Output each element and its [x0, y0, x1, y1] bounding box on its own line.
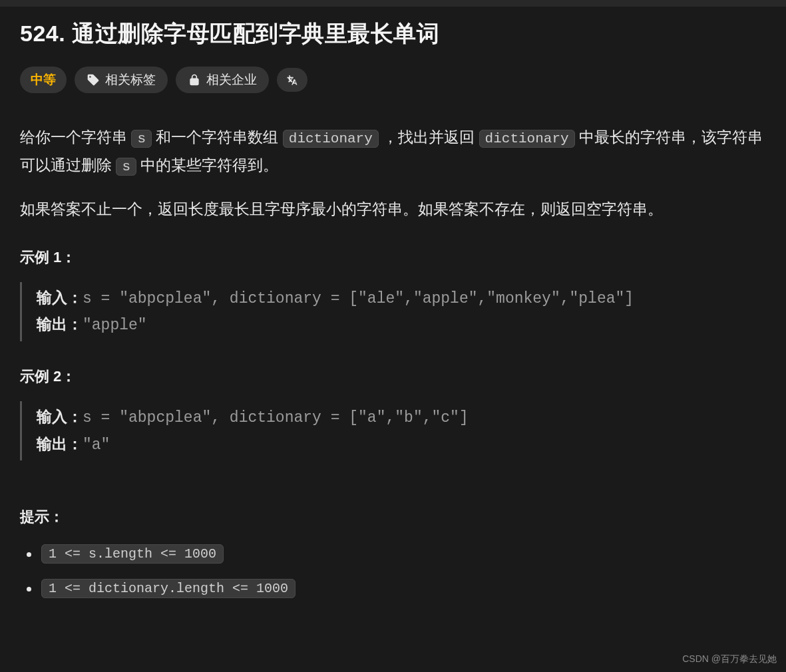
- tag-icon: [87, 73, 100, 86]
- watermark: CSDN @百万拳去见她: [682, 653, 777, 665]
- example-2-block: 输入：s = "abpcplea", dictionary = ["a","b"…: [20, 401, 766, 460]
- hints-heading: 提示：: [20, 507, 766, 527]
- code-dictionary: dictionary: [283, 130, 379, 148]
- code-s: s: [131, 130, 152, 148]
- meta-chips: 中等 相关标签 相关企业: [20, 67, 766, 93]
- example-1: 示例 1： 输入：s = "abpcplea", dictionary = ["…: [20, 248, 766, 341]
- companies-chip[interactable]: 相关企业: [176, 67, 269, 93]
- problem-title: 524. 通过删除字母匹配到字典里最长单词: [20, 19, 766, 49]
- example-2-heading: 示例 2：: [20, 367, 766, 387]
- problem-content: 524. 通过删除字母匹配到字典里最长单词 中等 相关标签 相关企业 给你一个字…: [0, 7, 786, 596]
- companies-chip-label: 相关企业: [206, 71, 257, 88]
- tags-chip-label: 相关标签: [105, 71, 156, 88]
- example-2: 示例 2： 输入：s = "abpcplea", dictionary = ["…: [20, 367, 766, 460]
- code-dictionary-2: dictionary: [479, 130, 575, 148]
- example-1-block: 输入：s = "abpcplea", dictionary = ["ale","…: [20, 282, 766, 341]
- constraint-item: 1 <= s.length <= 1000: [24, 544, 766, 562]
- code-s-2: s: [116, 158, 136, 176]
- description-p1: 给你一个字符串 s 和一个字符串数组 dictionary ，找出并返回 dic…: [20, 124, 766, 180]
- constraint-item: 1 <= dictionary.length <= 1000: [24, 579, 766, 596]
- description-p2: 如果答案不止一个，返回长度最长且字母序最小的字符串。如果答案不存在，则返回空字符…: [20, 196, 766, 222]
- difficulty-badge[interactable]: 中等: [20, 67, 67, 93]
- example-1-heading: 示例 1：: [20, 248, 766, 267]
- lock-icon: [188, 73, 201, 86]
- constraints-list: 1 <= s.length <= 1000 1 <= dictionary.le…: [20, 544, 766, 596]
- translate-chip[interactable]: [277, 68, 307, 92]
- window-topbar: [0, 0, 786, 7]
- tags-chip[interactable]: 相关标签: [75, 67, 168, 93]
- translate-icon: [286, 73, 299, 86]
- problem-description: 给你一个字符串 s 和一个字符串数组 dictionary ，找出并返回 dic…: [20, 124, 766, 222]
